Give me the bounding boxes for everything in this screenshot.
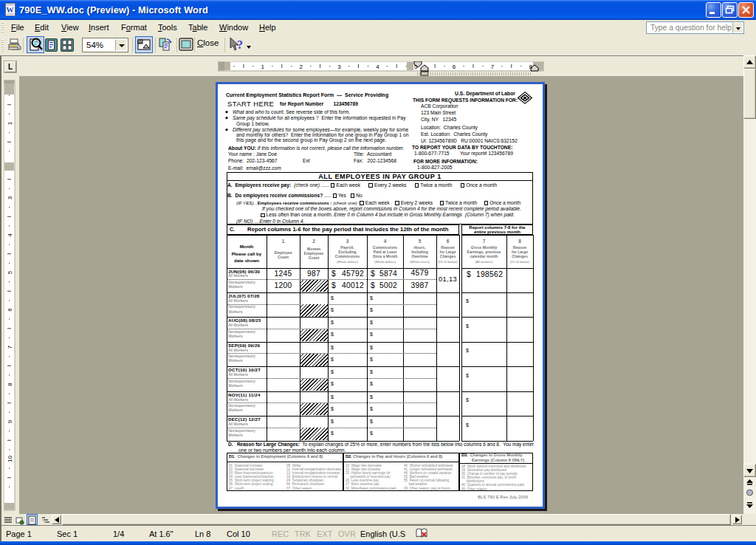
svg-text:4: 4 — [376, 64, 379, 70]
svg-text:1: 1 — [261, 64, 265, 70]
svg-text:10: 10 — [7, 456, 13, 462]
svg-text:5: 5 — [414, 64, 418, 70]
svg-text:5: 5 — [7, 270, 13, 274]
svg-text:?: ? — [237, 38, 243, 51]
svg-text:7: 7 — [491, 64, 495, 70]
svg-text:7: 7 — [7, 345, 13, 349]
svg-text:3: 3 — [7, 196, 13, 199]
svg-text:8: 8 — [529, 64, 532, 70]
svg-text:9: 9 — [7, 419, 13, 423]
svg-text:8: 8 — [7, 383, 13, 386]
svg-text:6: 6 — [7, 308, 13, 312]
svg-text:2: 2 — [299, 64, 303, 70]
svg-text:1: 1 — [7, 121, 13, 125]
svg-text:3: 3 — [337, 64, 341, 70]
svg-text:6: 6 — [453, 64, 456, 70]
svg-text:4: 4 — [7, 233, 13, 237]
svg-text:W: W — [6, 6, 14, 14]
